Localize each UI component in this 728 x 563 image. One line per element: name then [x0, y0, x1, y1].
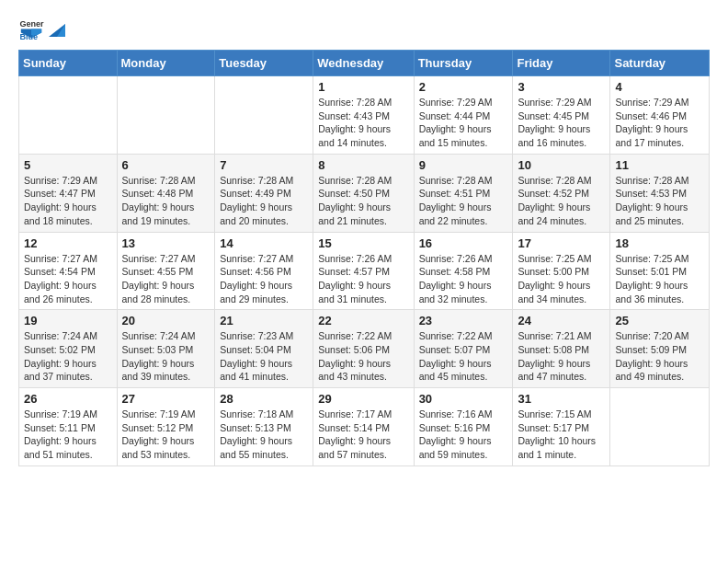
- day-number: 24: [518, 314, 605, 327]
- calendar-cell: 15Sunrise: 7:26 AMSunset: 4:57 PMDayligh…: [313, 232, 414, 310]
- day-number: 20: [122, 314, 210, 327]
- week-row-3: 12Sunrise: 7:27 AMSunset: 4:54 PMDayligh…: [19, 232, 710, 310]
- day-info: Sunrise: 7:28 AMSunset: 4:52 PMDaylight:…: [518, 174, 605, 228]
- calendar-cell: 21Sunrise: 7:23 AMSunset: 5:04 PMDayligh…: [215, 310, 313, 388]
- day-number: 30: [419, 392, 508, 406]
- day-info: Sunrise: 7:22 AMSunset: 5:06 PMDaylight:…: [318, 329, 408, 384]
- weekday-header-friday: Friday: [513, 51, 610, 76]
- day-info: Sunrise: 7:26 AMSunset: 4:57 PMDaylight:…: [318, 252, 408, 306]
- logo-icon: General Blue: [18, 15, 44, 40]
- calendar-cell: [117, 76, 215, 155]
- day-info: Sunrise: 7:29 AMSunset: 4:46 PMDaylight:…: [615, 96, 704, 150]
- weekday-header-thursday: Thursday: [414, 51, 513, 76]
- week-row-1: 1Sunrise: 7:28 AMSunset: 4:43 PMDaylight…: [19, 76, 710, 155]
- day-number: 29: [318, 392, 408, 406]
- calendar-cell: 6Sunrise: 7:28 AMSunset: 4:48 PMDaylight…: [117, 154, 215, 232]
- day-number: 16: [419, 236, 508, 250]
- calendar-cell: 8Sunrise: 7:28 AMSunset: 4:50 PMDaylight…: [313, 154, 414, 232]
- day-number: 21: [220, 314, 308, 327]
- day-number: 6: [122, 158, 210, 172]
- day-info: Sunrise: 7:17 AMSunset: 5:14 PMDaylight:…: [318, 408, 408, 462]
- weekday-header-monday: Monday: [117, 51, 215, 76]
- day-info: Sunrise: 7:16 AMSunset: 5:16 PMDaylight:…: [419, 408, 508, 462]
- calendar-cell: 9Sunrise: 7:28 AMSunset: 4:51 PMDaylight…: [414, 154, 513, 232]
- day-info: Sunrise: 7:25 AMSunset: 5:00 PMDaylight:…: [518, 252, 605, 306]
- calendar-cell: [19, 76, 118, 155]
- calendar-cell: 16Sunrise: 7:26 AMSunset: 4:58 PMDayligh…: [414, 232, 513, 310]
- day-info: Sunrise: 7:20 AMSunset: 5:09 PMDaylight:…: [615, 329, 704, 384]
- day-number: 22: [318, 314, 408, 327]
- calendar-cell: 28Sunrise: 7:18 AMSunset: 5:13 PMDayligh…: [215, 388, 313, 466]
- calendar-cell: 29Sunrise: 7:17 AMSunset: 5:14 PMDayligh…: [313, 388, 414, 466]
- day-info: Sunrise: 7:27 AMSunset: 4:55 PMDaylight:…: [122, 252, 210, 306]
- weekday-header-saturday: Saturday: [610, 51, 710, 76]
- day-info: Sunrise: 7:19 AMSunset: 5:11 PMDaylight:…: [24, 408, 112, 462]
- day-number: 5: [24, 158, 112, 172]
- day-info: Sunrise: 7:29 AMSunset: 4:44 PMDaylight:…: [419, 96, 508, 150]
- day-number: 18: [615, 236, 704, 250]
- calendar-cell: 26Sunrise: 7:19 AMSunset: 5:11 PMDayligh…: [19, 388, 118, 466]
- weekday-header-row: SundayMondayTuesdayWednesdayThursdayFrid…: [19, 51, 710, 76]
- day-number: 1: [318, 80, 408, 94]
- day-info: Sunrise: 7:26 AMSunset: 4:58 PMDaylight:…: [419, 252, 508, 306]
- day-number: 28: [220, 392, 308, 406]
- day-info: Sunrise: 7:24 AMSunset: 5:02 PMDaylight:…: [24, 329, 112, 384]
- day-number: 10: [518, 158, 605, 172]
- calendar-cell: 14Sunrise: 7:27 AMSunset: 4:56 PMDayligh…: [215, 232, 313, 310]
- day-info: Sunrise: 7:28 AMSunset: 4:49 PMDaylight:…: [220, 174, 308, 228]
- day-number: 26: [24, 392, 112, 406]
- calendar-cell: 19Sunrise: 7:24 AMSunset: 5:02 PMDayligh…: [19, 310, 118, 388]
- day-info: Sunrise: 7:22 AMSunset: 5:07 PMDaylight:…: [419, 329, 508, 384]
- day-number: 23: [419, 314, 508, 327]
- day-number: 9: [419, 158, 508, 172]
- svg-text:General: General: [19, 19, 44, 29]
- calendar-cell: 11Sunrise: 7:28 AMSunset: 4:53 PMDayligh…: [610, 154, 710, 232]
- day-info: Sunrise: 7:18 AMSunset: 5:13 PMDaylight:…: [220, 408, 308, 462]
- day-info: Sunrise: 7:23 AMSunset: 5:04 PMDaylight:…: [220, 329, 308, 384]
- day-info: Sunrise: 7:28 AMSunset: 4:50 PMDaylight:…: [318, 174, 408, 228]
- calendar-cell: [215, 76, 313, 155]
- day-number: 15: [318, 236, 408, 250]
- calendar-cell: 5Sunrise: 7:29 AMSunset: 4:47 PMDaylight…: [19, 154, 118, 232]
- day-number: 31: [518, 392, 605, 406]
- day-info: Sunrise: 7:21 AMSunset: 5:08 PMDaylight:…: [518, 329, 605, 384]
- calendar-cell: 4Sunrise: 7:29 AMSunset: 4:46 PMDaylight…: [610, 76, 710, 155]
- day-info: Sunrise: 7:27 AMSunset: 4:56 PMDaylight:…: [220, 252, 308, 306]
- calendar-cell: 22Sunrise: 7:22 AMSunset: 5:06 PMDayligh…: [313, 310, 414, 388]
- day-info: Sunrise: 7:25 AMSunset: 5:01 PMDaylight:…: [615, 252, 704, 306]
- week-row-2: 5Sunrise: 7:29 AMSunset: 4:47 PMDaylight…: [19, 154, 710, 232]
- day-number: 25: [615, 314, 704, 327]
- calendar-cell: 17Sunrise: 7:25 AMSunset: 5:00 PMDayligh…: [513, 232, 610, 310]
- day-number: 2: [419, 80, 508, 94]
- calendar-cell: 23Sunrise: 7:22 AMSunset: 5:07 PMDayligh…: [414, 310, 513, 388]
- svg-text:Blue: Blue: [19, 32, 38, 40]
- logo-triangle-icon: [49, 20, 65, 37]
- page: General Blue: [0, 0, 728, 481]
- calendar-cell: 1Sunrise: 7:28 AMSunset: 4:43 PMDaylight…: [313, 76, 414, 155]
- day-number: 17: [518, 236, 605, 250]
- calendar-cell: 27Sunrise: 7:19 AMSunset: 5:12 PMDayligh…: [117, 388, 215, 466]
- day-info: Sunrise: 7:28 AMSunset: 4:53 PMDaylight:…: [615, 174, 704, 228]
- header: General Blue: [18, 15, 710, 40]
- day-number: 27: [122, 392, 210, 406]
- calendar-cell: 24Sunrise: 7:21 AMSunset: 5:08 PMDayligh…: [513, 310, 610, 388]
- week-row-5: 26Sunrise: 7:19 AMSunset: 5:11 PMDayligh…: [19, 388, 710, 466]
- day-number: 13: [122, 236, 210, 250]
- day-number: 8: [318, 158, 408, 172]
- day-info: Sunrise: 7:24 AMSunset: 5:03 PMDaylight:…: [122, 329, 210, 384]
- day-number: 3: [518, 80, 605, 94]
- calendar-cell: 3Sunrise: 7:29 AMSunset: 4:45 PMDaylight…: [513, 76, 610, 155]
- day-info: Sunrise: 7:29 AMSunset: 4:47 PMDaylight:…: [24, 174, 112, 228]
- day-info: Sunrise: 7:28 AMSunset: 4:48 PMDaylight:…: [122, 174, 210, 228]
- day-info: Sunrise: 7:29 AMSunset: 4:45 PMDaylight:…: [518, 96, 605, 150]
- calendar-cell: 10Sunrise: 7:28 AMSunset: 4:52 PMDayligh…: [513, 154, 610, 232]
- calendar-table: SundayMondayTuesdayWednesdayThursdayFrid…: [18, 50, 710, 466]
- day-number: 19: [24, 314, 112, 327]
- day-info: Sunrise: 7:28 AMSunset: 4:51 PMDaylight:…: [419, 174, 508, 228]
- day-info: Sunrise: 7:19 AMSunset: 5:12 PMDaylight:…: [122, 408, 210, 462]
- day-info: Sunrise: 7:27 AMSunset: 4:54 PMDaylight:…: [24, 252, 112, 306]
- logo: General Blue: [18, 15, 65, 40]
- calendar-cell: 18Sunrise: 7:25 AMSunset: 5:01 PMDayligh…: [610, 232, 710, 310]
- day-info: Sunrise: 7:15 AMSunset: 5:17 PMDaylight:…: [518, 408, 605, 462]
- calendar-cell: 30Sunrise: 7:16 AMSunset: 5:16 PMDayligh…: [414, 388, 513, 466]
